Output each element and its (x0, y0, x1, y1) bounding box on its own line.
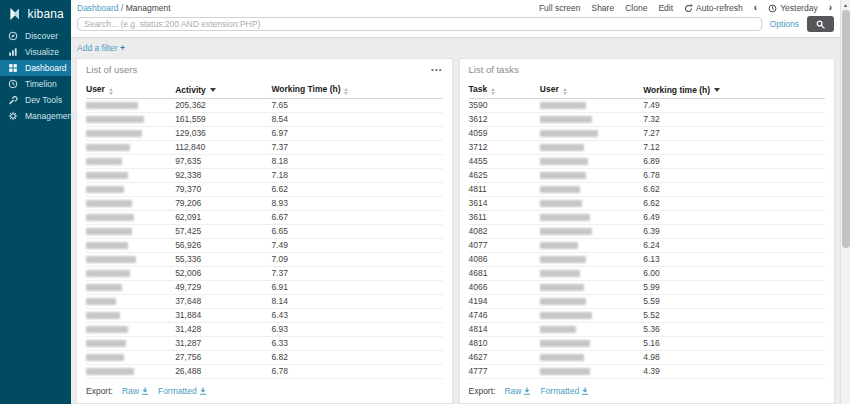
data-cell: 3614 (469, 197, 540, 211)
edit-button[interactable]: Edit (658, 3, 673, 13)
redacted-user-name (86, 284, 122, 291)
table-row[interactable]: 97,6358.18 (86, 155, 443, 169)
table-row[interactable]: 40866.13 (469, 253, 826, 267)
data-cell: 4746 (469, 309, 540, 323)
table-row[interactable]: 31,8846.43 (86, 309, 443, 323)
sidebar-item-dashboard[interactable]: Dashboard (0, 60, 71, 76)
redacted-user-name (540, 158, 588, 165)
table-row[interactable]: 36116.49 (469, 211, 826, 225)
sidebar-item-label: Dashboard (25, 63, 67, 73)
table-row[interactable]: 27,7566.82 (86, 351, 443, 365)
column-header-task[interactable]: Task (469, 82, 540, 99)
table-row[interactable]: 31,4286.93 (86, 323, 443, 337)
table-row[interactable]: 48145.36 (469, 323, 826, 337)
table-row[interactable]: 112,8407.37 (86, 141, 443, 155)
data-cell: 56,926 (175, 239, 271, 253)
options-link[interactable]: Options (770, 19, 799, 29)
search-input[interactable] (77, 17, 762, 31)
page-scrollbar[interactable]: ▲ (840, 0, 850, 404)
column-header-user[interactable]: User (86, 82, 175, 99)
table-row[interactable]: 44556.89 (469, 155, 826, 169)
table-row[interactable]: 37127.12 (469, 141, 826, 155)
table-row[interactable]: 62,0916.67 (86, 211, 443, 225)
data-cell: 8.14 (271, 295, 442, 309)
table-row[interactable]: 55,3367.09 (86, 253, 443, 267)
time-picker-button[interactable]: Yesterday (768, 3, 818, 13)
table-row[interactable]: 46816.00 (469, 267, 826, 281)
sidebar-item-dev-tools[interactable]: Dev Tools (0, 92, 71, 108)
table-row[interactable]: 56,9267.49 (86, 239, 443, 253)
export-formatted-link[interactable]: Formatted (158, 386, 207, 396)
data-cell: 6.78 (271, 365, 442, 379)
scroll-up-arrow-icon[interactable]: ▲ (841, 0, 850, 10)
redacted-user-name (86, 200, 132, 207)
user-cell (540, 141, 643, 155)
table-row[interactable]: 129,0366.97 (86, 127, 443, 141)
table-row[interactable]: 47465.52 (469, 309, 826, 323)
redacted-user-name (540, 214, 590, 221)
share-button[interactable]: Share (591, 3, 614, 13)
full-screen-button[interactable]: Full screen (539, 3, 581, 13)
breadcrumb-dashboard-link[interactable]: Dashboard (77, 3, 119, 13)
panel-options-icon[interactable]: ••• (431, 66, 442, 74)
table-row[interactable]: 46274.98 (469, 351, 826, 365)
table-row[interactable]: 79,2068.93 (86, 197, 443, 211)
user-cell (86, 211, 175, 225)
sidebar-item-timelion[interactable]: Timelion (0, 76, 71, 92)
sort-desc-icon (210, 88, 216, 92)
table-row[interactable]: 205,3627.65 (86, 99, 443, 113)
table-row[interactable]: 40597.27 (469, 127, 826, 141)
table-row[interactable]: 36127.32 (469, 113, 826, 127)
redacted-user-name (540, 284, 584, 291)
sidebar-item-visualize[interactable]: Visualize (0, 44, 71, 60)
clone-button[interactable]: Clone (625, 3, 647, 13)
auto-refresh-button[interactable]: Auto-refresh (684, 3, 743, 13)
data-cell: 129,036 (175, 127, 271, 141)
chevron-right-icon[interactable]: › (829, 3, 832, 13)
table-row[interactable]: 26,4886.78 (86, 365, 443, 379)
table-row[interactable]: 41945.59 (469, 295, 826, 309)
export-formatted-link[interactable]: Formatted (540, 386, 589, 396)
column-header-activity[interactable]: Activity (175, 82, 271, 99)
column-header-user[interactable]: User (540, 82, 643, 99)
table-row[interactable]: 92,3387.18 (86, 169, 443, 183)
user-cell (540, 365, 643, 379)
table-row[interactable]: 52,0067.37 (86, 267, 443, 281)
redacted-user-name (86, 242, 128, 249)
table-row[interactable]: 47774.39 (469, 365, 826, 379)
sidebar-item-management[interactable]: Management (0, 108, 71, 124)
table-row[interactable]: 40826.39 (469, 225, 826, 239)
table-row[interactable]: 46256.78 (469, 169, 826, 183)
table-row[interactable]: 31,2876.33 (86, 337, 443, 351)
chevron-left-icon[interactable]: ‹ (754, 3, 757, 13)
add-filter-plus-icon[interactable]: + (120, 43, 125, 53)
table-row[interactable]: 79,3706.62 (86, 183, 443, 197)
data-cell: 4811 (469, 183, 540, 197)
add-filter-button[interactable]: Add a filter (77, 43, 118, 53)
search-button[interactable] (807, 16, 834, 32)
export-raw-link[interactable]: Raw (504, 386, 531, 396)
table-row[interactable]: 48105.16 (469, 337, 826, 351)
table-row[interactable]: 35907.49 (469, 99, 826, 113)
data-cell: 3612 (469, 113, 540, 127)
redacted-user-name (86, 144, 130, 151)
user-cell (86, 183, 175, 197)
table-row[interactable]: 37,6488.14 (86, 295, 443, 309)
table-row[interactable]: 161,5598.54 (86, 113, 443, 127)
table-row[interactable]: 49,7296.91 (86, 281, 443, 295)
download-icon (199, 387, 207, 395)
scrollbar-thumb[interactable] (842, 10, 850, 248)
table-row[interactable]: 57,4256.65 (86, 225, 443, 239)
export-raw-link[interactable]: Raw (122, 386, 149, 396)
kibana-logo[interactable]: kibana (0, 0, 71, 28)
sidebar-item-discover[interactable]: Discover (0, 28, 71, 44)
table-row[interactable]: 40776.24 (469, 239, 826, 253)
table-row[interactable]: 36146.62 (469, 197, 826, 211)
data-cell: 6.62 (643, 183, 825, 197)
column-header-working-time-h[interactable]: Working Time (h) (271, 82, 442, 99)
table-row[interactable]: 48116.62 (469, 183, 826, 197)
column-header-working-time-h[interactable]: Working time (h) (643, 82, 825, 99)
data-cell: 6.93 (271, 323, 442, 337)
table-row[interactable]: 40665.99 (469, 281, 826, 295)
redacted-user-name (86, 256, 136, 263)
